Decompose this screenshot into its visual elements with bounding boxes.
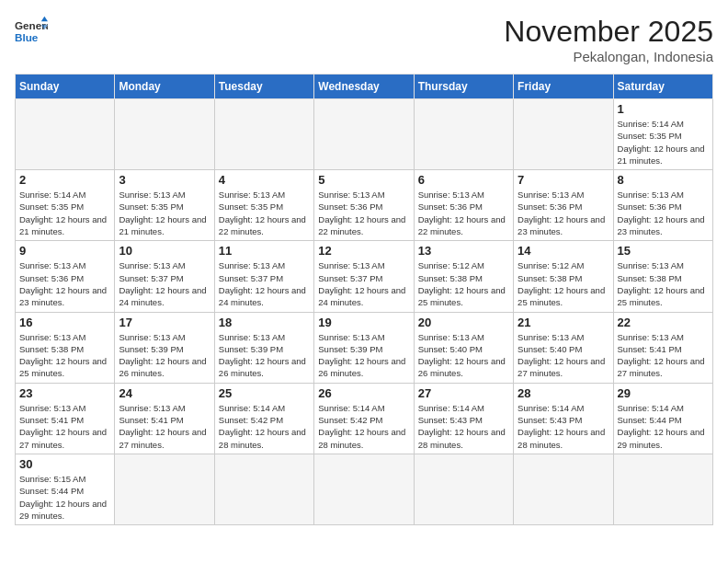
- day-number: 24: [119, 386, 210, 400]
- calendar-cell: 25Sunrise: 5:14 AMSunset: 5:42 PMDayligh…: [214, 383, 313, 454]
- calendar-cell: 11Sunrise: 5:13 AMSunset: 5:37 PMDayligh…: [214, 241, 313, 312]
- day-number: 22: [618, 316, 709, 329]
- day-info: Sunrise: 5:13 AMSunset: 5:41 PMDaylight:…: [119, 402, 210, 451]
- week-row-6: 30Sunrise: 5:15 AMSunset: 5:44 PMDayligh…: [16, 454, 713, 524]
- day-info: Sunrise: 5:13 AMSunset: 5:37 PMDaylight:…: [119, 259, 210, 308]
- day-info: Sunrise: 5:13 AMSunset: 5:41 PMDaylight:…: [618, 331, 709, 380]
- calendar-cell: 30Sunrise: 5:15 AMSunset: 5:44 PMDayligh…: [16, 454, 115, 524]
- day-info: Sunrise: 5:13 AMSunset: 5:36 PMDaylight:…: [518, 189, 609, 237]
- day-info: Sunrise: 5:14 AMSunset: 5:42 PMDaylight:…: [219, 402, 310, 451]
- logo-icon: General Blue: [15, 15, 48, 48]
- page-header: General Blue November 2025 Pekalongan, I…: [15, 15, 713, 64]
- calendar-cell: [115, 99, 214, 170]
- day-info: Sunrise: 5:13 AMSunset: 5:36 PMDaylight:…: [19, 259, 110, 308]
- week-row-1: 1Sunrise: 5:14 AMSunset: 5:35 PMDaylight…: [16, 99, 713, 170]
- day-info: Sunrise: 5:12 AMSunset: 5:38 PMDaylight:…: [418, 259, 509, 308]
- calendar-cell: 14Sunrise: 5:12 AMSunset: 5:38 PMDayligh…: [514, 241, 613, 312]
- day-number: 30: [19, 457, 110, 471]
- day-info: Sunrise: 5:13 AMSunset: 5:35 PMDaylight:…: [119, 189, 210, 237]
- calendar-cell: [214, 454, 313, 524]
- calendar-cell: 19Sunrise: 5:13 AMSunset: 5:39 PMDayligh…: [314, 312, 414, 383]
- logo: General Blue: [15, 15, 48, 48]
- day-number: 15: [618, 244, 709, 258]
- day-number: 5: [318, 173, 409, 187]
- weekday-header-tuesday: Tuesday: [214, 75, 313, 99]
- weekday-header-wednesday: Wednesday: [314, 75, 414, 99]
- calendar-cell: 12Sunrise: 5:13 AMSunset: 5:37 PMDayligh…: [314, 241, 414, 312]
- day-number: 14: [518, 244, 609, 258]
- calendar-cell: [514, 99, 613, 170]
- calendar-cell: 17Sunrise: 5:13 AMSunset: 5:39 PMDayligh…: [115, 312, 214, 383]
- day-number: 8: [618, 173, 709, 187]
- day-number: 16: [19, 316, 110, 329]
- day-info: Sunrise: 5:14 AMSunset: 5:44 PMDaylight:…: [618, 402, 709, 451]
- day-info: Sunrise: 5:13 AMSunset: 5:41 PMDaylight:…: [19, 402, 110, 451]
- calendar-cell: 7Sunrise: 5:13 AMSunset: 5:36 PMDaylight…: [514, 170, 613, 241]
- calendar-cell: [613, 454, 712, 524]
- calendar-cell: 23Sunrise: 5:13 AMSunset: 5:41 PMDayligh…: [16, 383, 115, 454]
- calendar-cell: 20Sunrise: 5:13 AMSunset: 5:40 PMDayligh…: [414, 312, 513, 383]
- day-info: Sunrise: 5:13 AMSunset: 5:39 PMDaylight:…: [119, 331, 210, 380]
- day-info: Sunrise: 5:13 AMSunset: 5:36 PMDaylight:…: [618, 189, 709, 237]
- week-row-5: 23Sunrise: 5:13 AMSunset: 5:41 PMDayligh…: [16, 383, 713, 454]
- weekday-header-saturday: Saturday: [613, 75, 712, 99]
- day-number: 27: [418, 386, 509, 400]
- calendar-cell: 28Sunrise: 5:14 AMSunset: 5:43 PMDayligh…: [514, 383, 613, 454]
- calendar-cell: 18Sunrise: 5:13 AMSunset: 5:39 PMDayligh…: [214, 312, 313, 383]
- calendar-cell: 4Sunrise: 5:13 AMSunset: 5:35 PMDaylight…: [214, 170, 313, 241]
- weekday-header-sunday: Sunday: [16, 75, 115, 99]
- day-number: 12: [318, 244, 409, 258]
- day-number: 11: [219, 244, 310, 258]
- day-number: 23: [19, 386, 110, 400]
- weekday-header-row: SundayMondayTuesdayWednesdayThursdayFrid…: [16, 75, 713, 99]
- day-info: Sunrise: 5:13 AMSunset: 5:36 PMDaylight:…: [318, 189, 409, 237]
- day-number: 2: [19, 173, 110, 187]
- day-info: Sunrise: 5:13 AMSunset: 5:36 PMDaylight:…: [418, 189, 509, 237]
- day-number: 25: [219, 386, 310, 400]
- calendar-cell: 27Sunrise: 5:14 AMSunset: 5:43 PMDayligh…: [414, 383, 513, 454]
- day-number: 18: [219, 316, 310, 329]
- week-row-3: 9Sunrise: 5:13 AMSunset: 5:36 PMDaylight…: [16, 241, 713, 312]
- calendar-cell: 15Sunrise: 5:13 AMSunset: 5:38 PMDayligh…: [613, 241, 712, 312]
- day-number: 6: [418, 173, 509, 187]
- day-info: Sunrise: 5:14 AMSunset: 5:35 PMDaylight:…: [19, 189, 110, 237]
- day-number: 28: [518, 386, 609, 400]
- day-number: 10: [119, 244, 210, 258]
- day-info: Sunrise: 5:15 AMSunset: 5:44 PMDaylight:…: [19, 473, 110, 522]
- day-number: 4: [219, 173, 310, 187]
- calendar-cell: 9Sunrise: 5:13 AMSunset: 5:36 PMDaylight…: [16, 241, 115, 312]
- day-number: 20: [418, 316, 509, 329]
- day-info: Sunrise: 5:13 AMSunset: 5:37 PMDaylight:…: [219, 259, 310, 308]
- calendar-cell: 5Sunrise: 5:13 AMSunset: 5:36 PMDaylight…: [314, 170, 414, 241]
- calendar-cell: 29Sunrise: 5:14 AMSunset: 5:44 PMDayligh…: [613, 383, 712, 454]
- calendar-cell: [414, 454, 513, 524]
- weekday-header-monday: Monday: [115, 75, 214, 99]
- day-info: Sunrise: 5:12 AMSunset: 5:38 PMDaylight:…: [518, 259, 609, 308]
- day-info: Sunrise: 5:13 AMSunset: 5:38 PMDaylight:…: [19, 331, 110, 380]
- day-number: 9: [19, 244, 110, 258]
- week-row-4: 16Sunrise: 5:13 AMSunset: 5:38 PMDayligh…: [16, 312, 713, 383]
- calendar-cell: [514, 454, 613, 524]
- week-row-2: 2Sunrise: 5:14 AMSunset: 5:35 PMDaylight…: [16, 170, 713, 241]
- calendar-cell: 10Sunrise: 5:13 AMSunset: 5:37 PMDayligh…: [115, 241, 214, 312]
- day-number: 26: [318, 386, 409, 400]
- day-info: Sunrise: 5:13 AMSunset: 5:40 PMDaylight:…: [518, 331, 609, 380]
- month-year-title: November 2025: [504, 15, 713, 49]
- calendar-cell: [16, 99, 115, 170]
- day-number: 21: [518, 316, 609, 329]
- location-subtitle: Pekalongan, Indonesia: [504, 49, 713, 64]
- day-number: 13: [418, 244, 509, 258]
- calendar-cell: 24Sunrise: 5:13 AMSunset: 5:41 PMDayligh…: [115, 383, 214, 454]
- calendar-cell: 13Sunrise: 5:12 AMSunset: 5:38 PMDayligh…: [414, 241, 513, 312]
- calendar-cell: 22Sunrise: 5:13 AMSunset: 5:41 PMDayligh…: [613, 312, 712, 383]
- day-number: 19: [318, 316, 409, 329]
- day-info: Sunrise: 5:13 AMSunset: 5:37 PMDaylight:…: [318, 259, 409, 308]
- calendar-cell: [214, 99, 313, 170]
- calendar-cell: [414, 99, 513, 170]
- calendar-cell: 3Sunrise: 5:13 AMSunset: 5:35 PMDaylight…: [115, 170, 214, 241]
- title-block: November 2025 Pekalongan, Indonesia: [504, 15, 713, 64]
- calendar-cell: 21Sunrise: 5:13 AMSunset: 5:40 PMDayligh…: [514, 312, 613, 383]
- day-info: Sunrise: 5:13 AMSunset: 5:38 PMDaylight:…: [618, 259, 709, 308]
- day-number: 29: [618, 386, 709, 400]
- day-info: Sunrise: 5:13 AMSunset: 5:40 PMDaylight:…: [418, 331, 509, 380]
